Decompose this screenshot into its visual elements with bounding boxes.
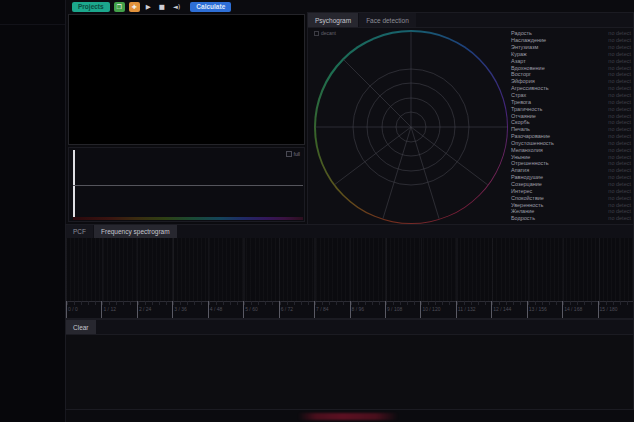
emotion-name: Разочарование [511,133,550,139]
polar-grid [314,30,508,224]
psychogram-tabbar: Psychogram Face detection [308,13,633,28]
emotion-row: Агрессивностьno detect [511,85,631,92]
full-checkbox-label: full [294,151,300,157]
stop-button[interactable]: ■ [157,4,167,11]
tab-frequency-spectrogram[interactable]: Frequency spectrogram [94,225,177,238]
emotion-name: Печаль [511,126,530,132]
emotion-row: Радостьno detect [511,30,631,37]
emotion-value: no detect [608,208,631,214]
axis-tick: 14 / 168 [562,301,597,318]
plus-icon: ✚ [132,4,137,10]
emotion-name: Опустошенность [511,140,554,146]
emotion-row: Меланхолияno detect [511,146,631,153]
emotion-row: Эйфорияno detect [511,78,631,85]
axis-tick-label: 1 / 12 [103,306,116,312]
axis-tick-label: 8 / 96 [352,306,365,312]
emotion-value: no detect [608,160,631,166]
emotion-name: Желание [511,208,534,214]
emotion-value: no detect [608,37,631,43]
play-button[interactable]: ▶ [144,4,153,11]
emotion-value: no detect [608,71,631,77]
emotion-row: Куражno detect [511,51,631,58]
time-axis: 0 / 01 / 122 / 243 / 364 / 485 / 606 / 7… [66,301,633,318]
emotion-row: Опустошенностьno detect [511,140,631,147]
sidebar-header [0,0,65,25]
emotion-value: no detect [608,126,631,132]
emotion-row: Уныниеno detect [511,153,631,160]
projects-sidebar [0,0,66,422]
axis-tick-label: 4 / 48 [210,306,223,312]
emotion-row: Вдохновениеno detect [511,64,631,71]
emotion-name: Скорбь [511,119,530,125]
axis-tick-label: 2 / 24 [139,306,152,312]
emotion-name: Наслаждение [511,37,546,43]
emotion-row: Бодростьno detect [511,215,631,222]
axis-tick: 15 / 180 [598,301,633,318]
emotion-value: no detect [608,140,631,146]
emotion-row: Апатияno detect [511,167,631,174]
chart-legend-label: decant [321,30,336,36]
axis-tick: 12 / 144 [491,301,526,318]
calculate-button[interactable]: Calculate [190,2,231,13]
axis-tick-label: 12 / 144 [493,306,511,312]
emotion-name: Вдохновение [511,65,545,71]
psychogram-chart [314,30,508,224]
emotion-value: no detect [608,106,631,112]
emotion-name: Восторг [511,71,531,77]
emotion-value: no detect [608,174,631,180]
waveform-centerline [73,185,303,186]
emotion-name: Интерес [511,188,532,194]
emotion-value: no detect [608,99,631,105]
emotion-name: Созерцание [511,181,542,187]
emotion-name: Эйфория [511,78,535,84]
emotion-name: Агрессивность [511,85,549,91]
axis-tick-label: 10 / 120 [422,306,440,312]
projects-button[interactable]: Projects [72,2,110,13]
axis-tick-label: 11 / 132 [458,306,476,312]
psychogram-panel: Psychogram Face detection decant [307,12,634,225]
emotion-value: no detect [608,202,631,208]
axis-tick: 10 / 120 [420,301,455,318]
emotion-row: Печальno detect [511,126,631,133]
add-record-button[interactable]: ✚ [129,2,140,12]
video-preview [68,14,305,145]
emotion-value: no detect [608,195,631,201]
emotion-name: Равнодушие [511,174,543,180]
results-panel: Clear [65,319,634,410]
legend-dot-icon [314,31,319,36]
emotion-value: no detect [608,188,631,194]
emotion-value: no detect [608,44,631,50]
emotion-row: Наслаждениеno detect [511,37,631,44]
axis-tick: 6 / 72 [279,301,314,318]
axis-tick: 2 / 24 [137,301,172,318]
emotion-row: Отрешенностьno detect [511,160,631,167]
emotion-row: Спокойствиеno detect [511,194,631,201]
emotion-value: no detect [608,92,631,98]
emotion-row: Разочарованиеno detect [511,133,631,140]
emotion-name: Страх [511,92,526,98]
emotion-name: Спокойствие [511,195,544,201]
tab-face-detection[interactable]: Face detection [359,13,416,27]
emotion-row: Желаниеno detect [511,208,631,215]
axis-tick-label: 14 / 168 [564,306,582,312]
emotion-value: no detect [608,154,631,160]
axis-tick-label: 3 / 36 [174,306,187,312]
volume-button[interactable]: ◄) [171,4,183,11]
checkbox-icon [286,151,292,157]
emotion-name: Радость [511,30,532,36]
emotion-name: Трагичность [511,106,542,112]
clear-button[interactable]: Clear [66,320,96,334]
emotion-name: Уныние [511,154,530,160]
open-project-button[interactable]: ❐ [114,2,125,12]
axis-tick-label: 0 / 0 [68,306,78,312]
axis-tick: 13 / 156 [527,301,562,318]
chart-legend: decant [314,30,336,36]
tab-psychogram[interactable]: Psychogram [308,13,358,27]
full-checkbox[interactable]: full [286,151,300,157]
emotion-value: no detect [608,167,631,173]
emotion-row: Интересno detect [511,187,631,194]
spectrogram-panel: PCF Frequency spectrogram 0 / 01 / 122 /… [65,224,634,319]
folder-icon: ❐ [116,4,121,10]
axis-tick: 3 / 36 [172,301,207,318]
tab-pcf[interactable]: PCF [66,225,93,238]
